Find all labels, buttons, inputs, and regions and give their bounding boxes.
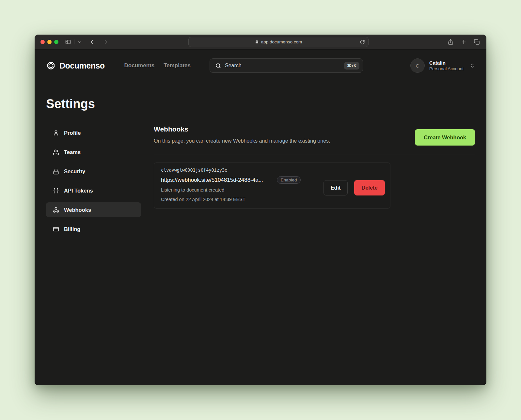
address-bar-url: app.documenso.com (261, 39, 302, 44)
account-type: Personal Account (429, 66, 464, 71)
browser-toolbar: app.documenso.com (35, 35, 486, 50)
search-bar[interactable]: ⌘+K (210, 58, 363, 73)
brand-home-link[interactable]: Documenso (46, 61, 105, 70)
webhook-url: https://webhook.site/5104815d-2488-4a... (161, 177, 263, 183)
sidebar-item-label: Webhooks (64, 207, 91, 213)
zoom-window-button[interactable] (54, 40, 58, 44)
avatar: C (410, 58, 425, 73)
share-icon[interactable] (448, 39, 454, 45)
reload-icon[interactable] (360, 39, 365, 45)
sidebar-item-label: API Tokens (64, 188, 93, 194)
section-title: Webhooks (154, 125, 330, 133)
sidebar-toggle-icon[interactable] (65, 39, 71, 45)
create-webhook-button[interactable]: Create Webhook (415, 129, 475, 146)
documenso-logo-icon (46, 61, 56, 70)
sidebar-item-label: Teams (64, 149, 81, 155)
sidebar-item-label: Profile (64, 130, 81, 136)
search-icon (215, 63, 221, 69)
lock-icon (53, 168, 59, 175)
brand-name: Documenso (59, 61, 105, 70)
search-shortcut-badge: ⌘+K (344, 62, 359, 70)
delete-webhook-button[interactable]: Delete (354, 180, 385, 195)
sidebar-item-api-tokens[interactable]: API Tokens (46, 183, 141, 198)
back-button-icon[interactable] (88, 39, 95, 45)
account-name: Catalin (429, 60, 464, 66)
window-controls (40, 40, 58, 44)
nav-link-documents[interactable]: Documents (124, 62, 155, 69)
toolbar-divider (74, 39, 74, 44)
section-description: On this page, you can create new Webhook… (154, 138, 330, 144)
credit-card-icon (53, 226, 59, 232)
new-tab-plus-icon[interactable] (461, 39, 467, 45)
settings-sidebar: Profile Teams Security (46, 125, 141, 241)
lock-icon (255, 40, 259, 44)
account-menu[interactable]: C Catalin Personal Account (410, 58, 475, 73)
webhook-icon (53, 207, 59, 213)
app-header: Documenso Documents Templates ⌘+K C Cata… (46, 57, 475, 74)
app-content: Documenso Documents Templates ⌘+K C Cata… (35, 50, 486, 385)
sidebar-item-label: Billing (64, 226, 80, 232)
users-icon (53, 149, 59, 155)
webhook-created: Created on 22 April 2024 at 14:39 EEST (161, 197, 384, 202)
forward-button-icon[interactable] (103, 39, 109, 45)
status-badge: Enabled (277, 176, 301, 184)
address-bar[interactable]: app.documenso.com (188, 37, 369, 47)
minimize-window-button[interactable] (47, 40, 52, 44)
tab-overview-icon[interactable] (474, 39, 480, 45)
sidebar-item-webhooks[interactable]: Webhooks (46, 202, 141, 217)
sidebar-chevron-down-icon[interactable] (77, 40, 81, 44)
sidebar-item-teams[interactable]: Teams (46, 145, 141, 160)
braces-icon (53, 188, 59, 194)
primary-nav: Documents Templates (124, 62, 191, 69)
page-title: Settings (46, 97, 475, 111)
close-window-button[interactable] (40, 40, 45, 44)
sidebar-item-security[interactable]: Security (46, 164, 141, 179)
browser-window: app.documenso.com Documenso (35, 35, 486, 385)
sidebar-item-billing[interactable]: Billing (46, 222, 141, 237)
search-input[interactable] (225, 63, 340, 69)
chevrons-up-down-icon (470, 63, 475, 68)
sidebar-item-profile[interactable]: Profile (46, 125, 141, 140)
sidebar-item-label: Security (64, 168, 85, 175)
webhooks-section: Webhooks On this page, you can create ne… (154, 125, 475, 241)
user-icon (53, 130, 59, 136)
section-divider (154, 154, 475, 154)
webhook-card: clvavwgtw0001js0f4y0izy3e https://webhoo… (154, 163, 390, 209)
edit-webhook-button[interactable]: Edit (324, 180, 348, 195)
nav-link-templates[interactable]: Templates (164, 62, 191, 69)
webhook-id: clvavwgtw0001js0f4y0izy3e (161, 167, 384, 173)
